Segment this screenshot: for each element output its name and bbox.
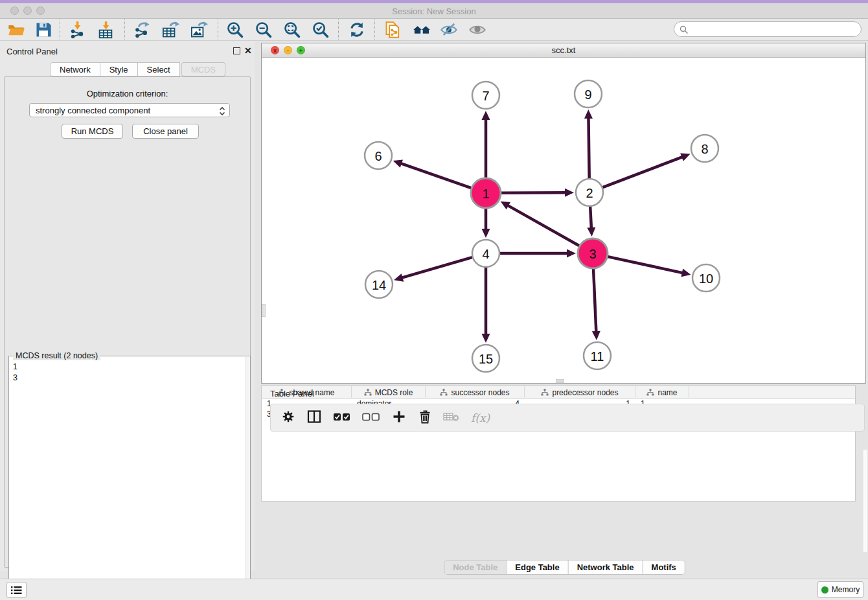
home-network-icon[interactable] [412, 21, 431, 39]
toolbar-separator [218, 19, 218, 40]
zoom-selected-icon[interactable] [311, 21, 330, 39]
search-icon [680, 25, 689, 34]
open-folder-icon[interactable] [6, 21, 26, 39]
mcds-result-box: MCDS result (2 nodes) 13 [8, 356, 251, 600]
network-window-titlebar[interactable]: x - + scc.txt [262, 43, 865, 58]
column-header-predecessor-nodes[interactable]: predecessor nodes [525, 386, 635, 398]
node-table[interactable]: shared nameMCDS rolesuccessor nodesprede… [261, 386, 856, 502]
hide-detail-eye-icon[interactable] [439, 21, 459, 39]
graph-node-1[interactable]: 1 [471, 178, 501, 208]
graph-node-3[interactable]: 3 [578, 238, 608, 268]
export-network-icon[interactable] [132, 21, 152, 39]
main-toolbar [0, 19, 868, 41]
tab-mcds[interactable]: MCDS [181, 62, 225, 76]
column-header-label: predecessor nodes [552, 388, 618, 397]
toolbar-separator [338, 19, 339, 40]
column-header-successor-nodes[interactable]: successor nodes [426, 386, 525, 398]
import-network-icon[interactable] [67, 21, 87, 39]
edge-1-6[interactable] [400, 163, 471, 188]
column-header-MCDS-role[interactable]: MCDS role [352, 386, 426, 398]
graph-node-15[interactable]: 15 [472, 345, 499, 372]
table-scrollbar[interactable] [863, 450, 867, 552]
toolbar-separator [374, 19, 375, 40]
edge-2-3[interactable] [590, 207, 591, 229]
edge-2-9[interactable] [588, 117, 589, 178]
network-graph[interactable]: 1234678910111415 [262, 58, 865, 383]
column-sort-icon [646, 389, 654, 396]
graph-node-14[interactable]: 14 [365, 271, 393, 298]
tab-node-table[interactable]: Node Table [444, 560, 506, 574]
memory-button[interactable]: Memory [817, 581, 863, 598]
edge-4-14[interactable] [402, 257, 472, 278]
mcds-result-scrollbar[interactable] [246, 357, 250, 599]
zoom-in-icon[interactable] [225, 21, 245, 39]
memory-status-icon [821, 586, 828, 594]
tab-style[interactable]: Style [100, 62, 138, 76]
unselect-all-checkbox-icon[interactable] [362, 409, 380, 427]
svg-text:7: 7 [482, 89, 489, 103]
tab-network[interactable]: Network [50, 62, 100, 76]
tab-network-table[interactable]: Network Table [568, 560, 643, 574]
export-image-icon[interactable] [189, 21, 209, 39]
column-header-name[interactable]: name [635, 386, 689, 398]
function-icon[interactable]: f(x) [471, 411, 490, 424]
export-table-icon[interactable] [161, 21, 180, 39]
column-sort-icon [364, 389, 372, 396]
search-input[interactable] [674, 21, 862, 37]
column-layout-icon[interactable] [306, 409, 322, 427]
column-header-label: MCDS role [375, 388, 413, 397]
tab-edge-table[interactable]: Edge Table [506, 560, 567, 574]
save-icon[interactable] [34, 21, 53, 39]
zoom-out-icon[interactable] [254, 21, 273, 39]
svg-text:8: 8 [701, 142, 708, 156]
edge-3-10[interactable] [608, 257, 683, 273]
svg-text:4: 4 [482, 247, 489, 261]
tab-select[interactable]: Select [138, 62, 180, 76]
mcds-result-line: 3 [13, 373, 237, 384]
optimization-criterion-label: Optimization criterion: [5, 89, 250, 98]
optimization-criterion-select[interactable]: strongly connected component [29, 103, 230, 117]
select-all-checkbox-icon[interactable] [333, 409, 351, 427]
edge-1-2[interactable] [501, 192, 566, 193]
import-table-icon[interactable] [96, 21, 115, 39]
edge-arrowhead [565, 189, 574, 197]
close-panel-button[interactable]: Close panel [132, 124, 199, 139]
graph-node-2[interactable]: 2 [576, 179, 603, 206]
network-horizontal-scrollbar[interactable] [556, 379, 564, 383]
control-panel-close-icon[interactable]: ✕ [244, 46, 252, 55]
network-vertical-scrollbar[interactable] [262, 304, 266, 317]
edge-3-1[interactable] [507, 205, 579, 246]
toolbar-separator [60, 19, 60, 40]
graph-node-4[interactable]: 4 [472, 240, 499, 267]
duplicate-network-icon[interactable] [383, 21, 403, 39]
control-panel-float-icon[interactable] [233, 47, 240, 54]
run-mcds-button[interactable]: Run MCDS [62, 124, 123, 139]
zoom-fit-icon[interactable] [282, 21, 302, 39]
edge-arrowhead [482, 111, 490, 120]
graph-node-9[interactable]: 9 [575, 80, 602, 108]
refresh-icon[interactable] [347, 21, 367, 39]
add-icon[interactable] [391, 409, 407, 427]
graph-node-7[interactable]: 7 [472, 82, 499, 109]
delete-table-icon[interactable] [443, 410, 460, 426]
gear-icon[interactable] [281, 410, 295, 426]
graph-node-10[interactable]: 10 [692, 264, 720, 292]
edge-2-8[interactable] [603, 157, 683, 187]
control-panel-tabs: NetworkStyleSelectMCDS [50, 62, 225, 76]
edge-3-11[interactable] [593, 269, 596, 332]
edge-arrowhead [482, 229, 490, 238]
edge-arrowhead [681, 269, 691, 277]
mcds-result-text[interactable]: 13 [9, 360, 241, 385]
tab-motifs[interactable]: Motifs [643, 560, 685, 574]
graph-node-11[interactable]: 11 [584, 342, 611, 369]
graph-node-6[interactable]: 6 [365, 142, 392, 169]
trash-icon[interactable] [418, 409, 432, 427]
edge-arrowhead [394, 273, 404, 281]
show-detail-eye-icon[interactable] [468, 21, 487, 39]
network-view-window: x - + scc.txt 1234678910111415 [261, 43, 866, 384]
graph-node-8[interactable]: 8 [691, 135, 718, 162]
app-titlebar: Session: New Session [0, 3, 868, 19]
task-history-button[interactable] [6, 582, 27, 598]
svg-text:1: 1 [482, 187, 489, 201]
network-canvas[interactable]: 1234678910111415 [262, 58, 865, 383]
